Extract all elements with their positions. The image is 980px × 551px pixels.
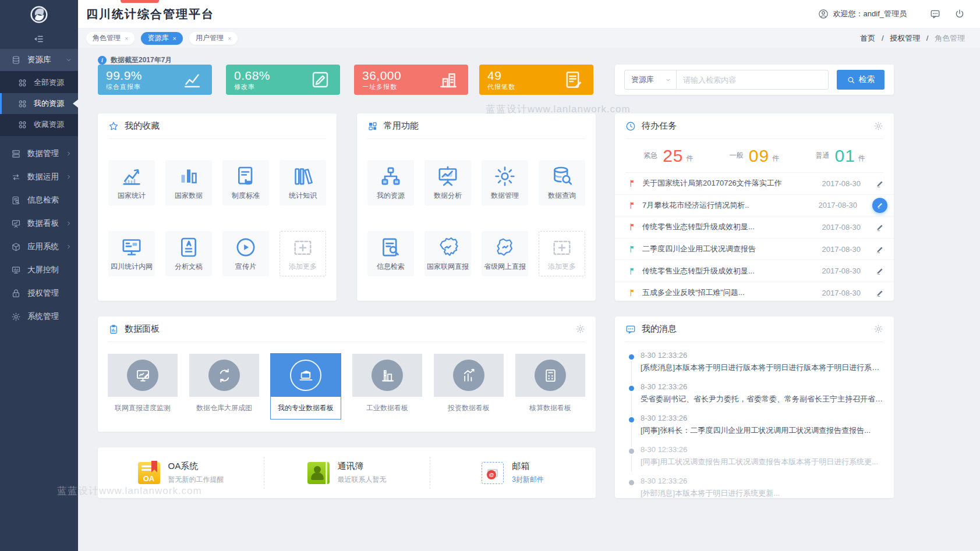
message-item[interactable]: 8-30 12:33:26 [系统消息]本版本将于明日进行版本将于明日进行版本将… xyxy=(615,346,894,378)
breadcrumb-section[interactable]: 授权管理 xyxy=(890,34,920,42)
tab-label: 资源库 xyxy=(147,33,168,43)
collapse-menu-icon xyxy=(34,34,44,44)
function-item-info-search[interactable]: 信息检索 xyxy=(367,231,414,276)
monitor-edit-icon xyxy=(127,360,158,391)
dashboard-my-professional-data[interactable]: 我的专业数据看板 xyxy=(271,354,341,419)
message-bubble-icon[interactable] xyxy=(930,9,940,19)
dashboard-investment-data[interactable]: 投资数据看板 xyxy=(434,354,504,419)
message-item[interactable]: 8-30 12:33:26 [同事]张科长：二季度四川企业用工状况调用工状况调查… xyxy=(615,409,894,440)
favorite-item-promo-video[interactable]: 宣传片 xyxy=(222,231,269,276)
favorite-item-system-standards[interactable]: 制度标准 xyxy=(222,160,269,205)
task-date: 2017-08-30 xyxy=(819,201,858,209)
close-icon[interactable]: × xyxy=(172,35,176,42)
user-avatar-icon[interactable] xyxy=(818,9,829,19)
tab-role-management[interactable]: 角色管理 × xyxy=(86,32,135,45)
sidebar-collapse-button[interactable] xyxy=(0,29,78,49)
tabbar: 角色管理 × 资源库 × 用户管理 × 首页 / 授权管理 / 角色管理 xyxy=(78,29,980,48)
quick-link-subtitle: 最近联系人暂无 xyxy=(338,475,387,485)
tile-label: 国家统计 xyxy=(118,191,146,201)
function-item-my-resources[interactable]: 我的资源 xyxy=(367,160,414,205)
task-row[interactable]: 五成多企业反映“招工难”问题... 2017-08-30 xyxy=(615,282,894,304)
count-value: 01 xyxy=(834,147,855,165)
welcome-text: 欢迎您：andif_管理员 xyxy=(833,9,907,19)
play-icon xyxy=(234,236,257,259)
function-item-data-analysis[interactable]: 数据分析 xyxy=(424,160,471,205)
edit-task-button[interactable] xyxy=(876,289,885,297)
message-item[interactable]: 8-30 12:33:26 [同事]用工状况调查报告用工状况调查报告本版本将于明… xyxy=(615,440,894,472)
stat-card-direct-report-rate[interactable]: 99.9% 综合直报率 xyxy=(98,65,212,95)
sidebar-item-application-system[interactable]: 应用系统 xyxy=(0,235,78,258)
gear-icon[interactable] xyxy=(873,121,883,131)
quick-link-mailbox[interactable]: @ 邮箱 3封新邮件 xyxy=(430,447,596,498)
function-add-more-button[interactable]: 添加更多 xyxy=(539,231,585,276)
tab-resource-library[interactable]: 资源库 × xyxy=(141,32,182,45)
stat-card-modification-rate[interactable]: 0.68% 修改率 xyxy=(226,65,340,95)
favorite-item-national-statistics[interactable]: 国家统计 xyxy=(108,160,155,205)
flag-icon xyxy=(629,267,637,275)
edit-task-button[interactable] xyxy=(876,266,885,275)
message-time: 8-30 12:33:26 xyxy=(641,477,883,485)
sidebar-item-all-resources[interactable]: 全部资源 xyxy=(0,72,78,93)
search-input[interactable] xyxy=(677,70,829,90)
function-item-provincial-online-report[interactable]: 省级网上直报 xyxy=(482,231,528,276)
sidebar-item-data-management[interactable]: 数据管理 xyxy=(0,142,78,165)
quick-link-address-book[interactable]: 通讯簿 最近联系人暂无 xyxy=(264,447,430,498)
edit-task-button[interactable] xyxy=(876,179,885,188)
sidebar-item-favorite-resources[interactable]: 收藏资源 xyxy=(0,114,78,135)
sidebar-item-system-management[interactable]: 系统管理 xyxy=(0,305,78,328)
message-item[interactable]: 8-30 12:33:26 [外部消息]本版本将于明日进行系统更新... xyxy=(615,472,894,503)
edit-task-button[interactable] xyxy=(876,223,885,232)
favorite-add-more-button[interactable]: 添加更多 xyxy=(280,231,326,276)
power-logout-icon[interactable] xyxy=(954,9,965,19)
favorite-item-analysis-documents[interactable]: 分析文稿 xyxy=(165,231,212,276)
message-item[interactable]: 8-30 12:33:26 受省委副书记、省长尹力委托，省委常委、常务副省长王宁… xyxy=(615,378,894,409)
sidebar-item-authorization-management[interactable]: 授权管理 xyxy=(0,282,78,305)
sidebar-item-info-search[interactable]: 信息检索 xyxy=(0,189,78,212)
sidebar-item-resource-library[interactable]: 资源库 xyxy=(0,49,78,71)
close-icon[interactable]: × xyxy=(125,35,128,42)
dashboard-industry-data[interactable]: 工业数据看板 xyxy=(352,354,422,419)
function-item-national-online-report[interactable]: 国家联网直报 xyxy=(424,231,471,276)
function-item-data-management[interactable]: 数据管理 xyxy=(482,160,528,205)
tile-label: 省级网上直报 xyxy=(484,262,526,272)
sidebar-item-label: 应用系统 xyxy=(27,241,59,252)
breadcrumb-home[interactable]: 首页 xyxy=(860,34,875,42)
task-row[interactable]: 关于国家统计局第20170726文件落实工作 2017-08-30 xyxy=(615,173,894,195)
task-row[interactable]: 7月攀枝花市经济运行情况简析.. 2017-08-30 xyxy=(615,195,894,217)
quick-link-oa-system[interactable]: OA OA系统 暂无新的工作提醒 xyxy=(98,447,264,498)
sidebar-item-data-board[interactable]: 数据看板 xyxy=(0,212,78,235)
task-row[interactable]: 传统零售业态转型升级成效初显... 2017-08-30 xyxy=(615,216,894,239)
gear-icon[interactable] xyxy=(575,324,585,334)
search-button[interactable]: 检索 xyxy=(837,70,885,90)
clock-icon xyxy=(625,121,636,131)
dashboard-online-report-monitor[interactable]: 联网直报进度监测 xyxy=(108,354,178,419)
sidebar-item-data-application[interactable]: 数据运用 xyxy=(0,165,78,189)
tile-label: 制度标准 xyxy=(232,191,260,201)
favorite-item-statistics-knowledge[interactable]: 统计知识 xyxy=(280,160,326,205)
read-dot-icon xyxy=(628,479,635,486)
stat-card-proxy-report-count[interactable]: 49 代报笔数 xyxy=(479,65,593,95)
search-category-select[interactable]: 资源库 xyxy=(624,70,677,90)
report-icon xyxy=(563,69,584,90)
dashboard-accounting-data[interactable]: 核算数据看板 xyxy=(515,354,585,419)
task-row[interactable]: 传统零售业态转型升级成效初显... 2017-08-30 xyxy=(615,260,894,282)
sidebar-item-big-screen-control[interactable]: 大屏控制 xyxy=(0,258,78,282)
task-row[interactable]: 二季度四川企业用工状况调查报告 2017-08-30 xyxy=(615,239,894,261)
edit-task-button[interactable] xyxy=(876,245,885,254)
todo-task-list: 关于国家统计局第20170726文件落实工作 2017-08-30 7月攀枝花市… xyxy=(615,173,894,304)
dashboard-warehouse-screen[interactable]: 数据仓库大屏成图 xyxy=(189,354,259,419)
function-item-data-query[interactable]: 数据查询 xyxy=(539,160,585,205)
close-icon[interactable]: × xyxy=(228,35,231,42)
edit-task-button-active[interactable] xyxy=(872,198,887,213)
gear-icon xyxy=(11,312,21,322)
app-logo[interactable] xyxy=(0,0,78,29)
stat-card-multi-report-count[interactable]: 36,000 一址多报数 xyxy=(354,65,468,95)
sidebar-item-my-resources[interactable]: 我的资源 xyxy=(0,93,78,114)
todo-panel: 待办任务 紧急 25 件 一般 09 件 普通 01 件 xyxy=(615,113,894,301)
count-value: 09 xyxy=(749,147,769,165)
gear-icon[interactable] xyxy=(873,324,883,334)
functions-panel: 常用功能 我的资源 数据分析 数据管理 数据查询 信息检索 xyxy=(357,113,596,301)
favorite-item-sichuan-intranet[interactable]: 四川统计内网 xyxy=(108,231,155,276)
tab-user-management[interactable]: 用户管理 × xyxy=(189,32,238,45)
favorite-item-national-data[interactable]: 国家数据 xyxy=(165,160,212,205)
